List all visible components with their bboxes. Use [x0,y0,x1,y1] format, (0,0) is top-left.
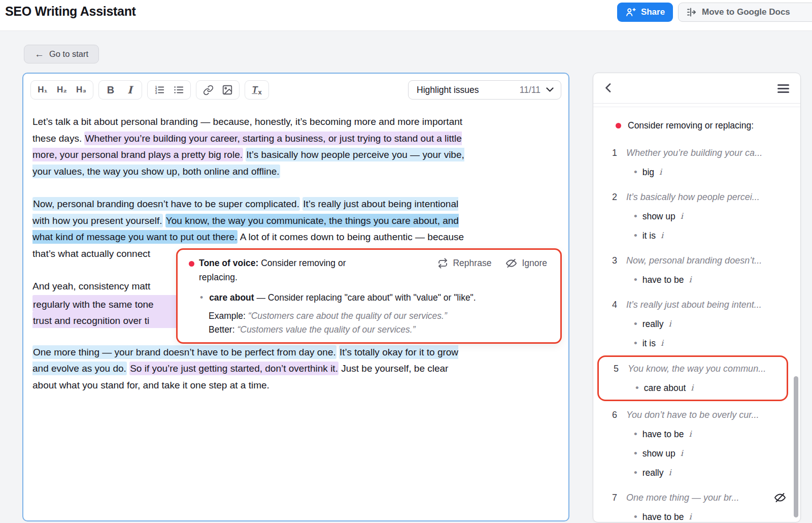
info-icon[interactable]: i [689,270,691,289]
issue-word-row[interactable]: •have to bei [612,270,790,289]
bullet-icon: • [634,162,637,182]
info-icon[interactable]: i [659,162,662,182]
highlight-issues-select[interactable]: Highlight issues 11/11 [408,80,561,100]
issue-item: 1Whether you’re building your ca...•bigi [612,143,790,182]
h1-button[interactable]: H₁ [33,82,52,97]
issue-item: 5You know, the way you commun...•care ab… [597,355,788,401]
issue-sentence[interactable]: 6You don’t have to be overly cur... [612,405,790,424]
issues-list: 1Whether you’re building your ca...•bigi… [612,143,790,522]
image-button[interactable] [218,82,236,97]
issue-word: show up [642,207,675,226]
issue-word-row[interactable]: •bigi [612,162,790,182]
info-icon[interactable]: i [661,334,663,353]
info-icon[interactable]: i [661,226,663,245]
bullet-icon: • [634,207,637,226]
bullet-icon: • [200,292,203,303]
issue-ignored-button[interactable] [774,492,786,504]
suggestion-text: — Consider replacing "care about" with "… [254,292,476,303]
issue-number: 1 [612,143,626,162]
ordered-list-button[interactable]: 1 2 3 [150,82,168,97]
rephrase-button[interactable]: Rephrase [437,257,491,269]
bullet-icon: • [634,507,637,522]
issue-sentence[interactable]: 4It’s really just about being intent... [612,295,790,314]
issue-word: have to be [642,424,684,444]
sidebar-intro-label: Consider removing or replacing: [628,116,754,135]
person-plus-icon [625,7,636,18]
highlighted-segment[interactable]: Now, personal branding doesn’t have to b… [32,197,300,211]
go-to-start-button[interactable]: ← Go to start [24,45,99,63]
h3-button[interactable]: H₃ [72,82,90,97]
bullet-icon: • [634,226,637,245]
issue-number: 2 [612,187,626,207]
issue-word: have to be [642,507,684,522]
info-icon[interactable]: i [668,463,671,482]
eye-off-icon [774,492,786,504]
share-button[interactable]: Share [617,3,673,22]
bullet-icon: • [635,378,639,398]
issue-sentence[interactable]: 3Now, personal branding doesn’t... [612,251,790,270]
link-icon [203,85,214,95]
issue-number: 3 [612,251,626,270]
collapse-panel-button[interactable] [605,83,611,94]
example-label: Example: [209,311,248,321]
info-icon[interactable]: i [668,314,671,334]
issue-sentence[interactable]: 2It’s basically how people percei... [612,187,790,207]
issue-word-row[interactable]: •show upi [612,444,790,463]
issue-item: 7One more thing — your br...•have to bei [612,488,790,522]
issue-word-row[interactable]: •reallyi [612,314,790,334]
issue-word-row[interactable]: •have to bei [612,424,790,444]
info-icon[interactable]: i [681,207,683,226]
sidebar-intro: Consider removing or replacing: [612,116,790,135]
share-label: Share [641,7,665,17]
bullet-list-button[interactable] [170,82,188,97]
issues-sidebar: Consider removing or replacing: 1Whether… [593,73,801,522]
bold-button[interactable]: B [101,82,120,97]
issue-severity-dot [189,261,194,267]
format-group: B I [98,80,142,100]
issue-word-row[interactable]: •reallyi [612,463,790,482]
issue-word-row[interactable]: •have to bei [612,507,790,522]
h2-button[interactable]: H₂ [53,82,71,97]
issue-sentence-text: It’s really just about being intent... [626,295,762,314]
clear-formatting-button[interactable]: Tx [248,82,266,97]
issue-word-row[interactable]: •show upi [612,207,790,226]
arrow-left-icon: ← [35,49,44,60]
image-icon [222,84,233,95]
issue-word-row[interactable]: •it isi [612,334,790,353]
info-icon[interactable]: i [689,424,691,444]
issue-sentence[interactable]: 7One more thing — your br... [612,488,790,507]
move-to-google-docs-button[interactable]: Move to Google Docs [678,3,812,22]
highlighted-segment[interactable]: So if you’re just getting started, don’t… [129,362,339,375]
eye-off-icon [505,257,517,269]
popup-category: Tone of voice: [199,258,258,268]
editor-paragraph[interactable]: Let’s talk a bit about personal branding… [32,114,560,180]
info-icon[interactable]: i [691,378,693,398]
example-row: Example: “Customers care about the quali… [209,309,447,323]
ignore-button[interactable]: Ignore [505,257,547,269]
export-doc-icon [686,7,697,18]
better-row: Better: “Customers value the quality of … [209,323,416,337]
link-button[interactable] [199,82,217,97]
issue-word-row[interactable]: •care abouti [614,378,787,398]
italic-button[interactable]: I [121,82,139,97]
example-quote: “Customers care about the quality of our… [248,311,447,321]
menu-button[interactable] [777,84,789,93]
bullet-icon: • [634,314,637,334]
issue-sentence[interactable]: 5You know, the way you commun... [614,359,787,378]
editor-paragraph[interactable]: One more thing — your brand doesn’t have… [32,344,560,394]
sidebar-scrollbar[interactable] [794,376,798,517]
issue-word-row[interactable]: •it isi [612,226,790,245]
info-icon[interactable]: i [681,444,683,463]
highlighted-segment[interactable]: One more thing — your brand doesn’t have… [32,345,336,359]
chevron-down-icon [546,87,554,92]
chevron-left-icon [605,83,611,92]
clear-formatting-icon: Tx [252,85,261,95]
issue-number: 4 [612,295,626,314]
issue-sentence-text: You know, the way you commun... [628,359,766,378]
issue-number: 6 [612,405,626,424]
popup-heading: Tone of voice: Consider removing or repl… [199,256,374,284]
bullet-icon: • [634,444,637,463]
info-icon[interactable]: i [689,507,691,522]
issue-sentence-text: You don’t have to be overly cur... [626,405,759,424]
issue-sentence[interactable]: 1Whether you’re building your ca... [612,143,790,162]
